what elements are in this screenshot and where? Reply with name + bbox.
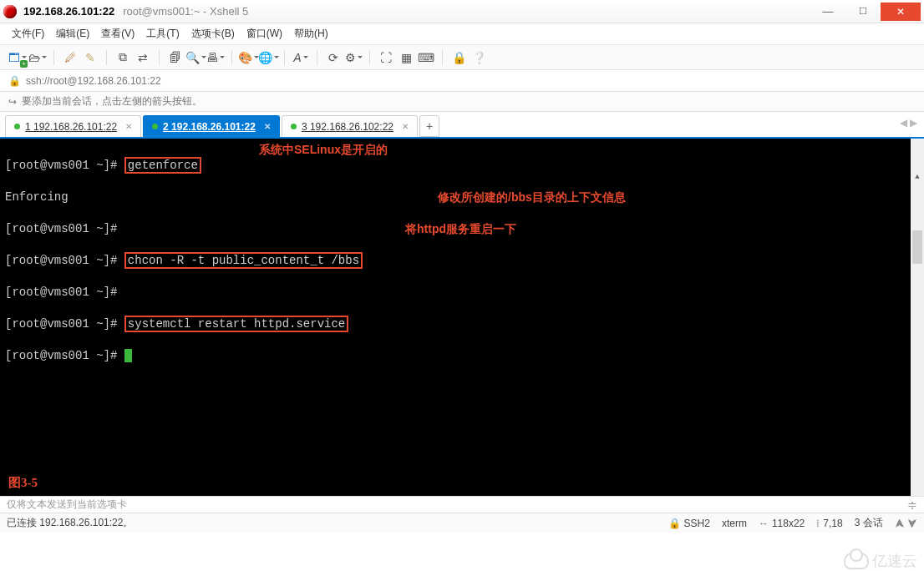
menu-tools[interactable]: 工具(T): [146, 27, 179, 41]
app-icon: [3, 5, 17, 18]
encoding-button[interactable]: 🌐: [259, 48, 277, 67]
separator: [369, 50, 370, 65]
cascade-button[interactable]: ▦: [397, 48, 415, 67]
watermark: 亿速云: [844, 551, 917, 571]
find-button[interactable]: 🔍: [186, 48, 205, 67]
status-connection: 已连接 192.168.26.101:22。: [7, 516, 133, 530]
send-placeholder: 仅将文本发送到当前选项卡: [7, 498, 127, 512]
status-term: xterm: [722, 518, 747, 529]
tab-strip: 1 192.168.26.101:22 ✕ 2 192.168.26.101:2…: [0, 112, 924, 139]
prompt: [root@vms001 ~]#: [5, 254, 124, 267]
tab-3[interactable]: 3 192.168.26.102:22 ✕: [282, 115, 418, 137]
separator: [317, 50, 317, 65]
status-dot-icon: [152, 124, 158, 129]
menubar: 文件(F) 编辑(E) 查看(V) 工具(T) 选项卡(B) 窗口(W) 帮助(…: [0, 23, 924, 45]
tab-2-close-icon[interactable]: ✕: [264, 122, 271, 131]
separator: [159, 50, 160, 65]
toolbar: 🗔+ 🗁 🖉 ✎ ⧉ ⇄ 🗐 🔍 🖶 🎨 🌐 A ⟳ ⚙ ⛶ ▦ ⌨ 🔒 ❔: [0, 45, 924, 70]
tab-2-label: 2 192.168.26.101:22: [163, 121, 256, 133]
cursor: [124, 349, 132, 362]
status-bar: 已连接 192.168.26.101:22。 🔒SSH2 xterm ↔118x…: [0, 513, 924, 533]
size-icon: ↔: [759, 518, 769, 529]
separator: [231, 50, 232, 65]
transfer-button[interactable]: ⇄: [134, 48, 152, 67]
scroll-up-icon[interactable]: ▲: [911, 170, 924, 184]
new-session-button[interactable]: 🗔+: [8, 48, 27, 67]
menu-view[interactable]: 查看(V): [101, 27, 135, 41]
cmd-systemctl: systemctl restart httpd.service: [124, 316, 348, 332]
properties-button[interactable]: ⧉: [114, 48, 132, 67]
open-button[interactable]: 🗁: [28, 48, 47, 67]
menu-file[interactable]: 文件(F): [12, 27, 44, 41]
lock-icon: 🔒: [668, 518, 681, 529]
terminal-scrollbar[interactable]: ▲: [911, 139, 924, 496]
tab-1[interactable]: 1 192.168.26.101:22 ✕: [5, 115, 141, 137]
fullscreen-button[interactable]: ⛶: [377, 48, 395, 67]
status-pos: ⁞7,18: [816, 518, 842, 529]
separator: [53, 50, 54, 65]
separator: [442, 50, 443, 65]
menu-edit[interactable]: 编辑(E): [56, 27, 89, 41]
titlebar: 192.168.26.101:22 root@vms001:~ - Xshell…: [0, 0, 924, 23]
watermark-text: 亿速云: [872, 551, 917, 571]
cmd-getenforce: getenforce: [124, 157, 201, 174]
prompt: [root@vms001 ~]#: [5, 317, 124, 331]
font-button[interactable]: A: [292, 48, 310, 67]
tab-nav-arrows[interactable]: ◀ ▶: [900, 117, 917, 129]
status-size: ↔118x22: [759, 518, 805, 529]
color-scheme-button[interactable]: 🎨: [239, 48, 257, 67]
window-close-button[interactable]: [881, 3, 921, 21]
title-sub: root@vms001:~ - Xshell 5: [123, 5, 248, 18]
title-host: 192.168.26.101:22: [23, 5, 114, 18]
cloud-icon: [844, 553, 869, 569]
refresh-button[interactable]: ⟳: [324, 48, 343, 67]
lock-button[interactable]: 🔒: [449, 48, 468, 67]
menu-window[interactable]: 窗口(W): [246, 27, 282, 41]
window-maximize-button[interactable]: [845, 3, 881, 21]
disconnect-button[interactable]: ✎: [81, 48, 99, 67]
address-bar: 🔒 ssh://root@192.168.26.101:22: [0, 70, 924, 92]
status-proto: 🔒SSH2: [668, 518, 710, 529]
pos-icon: ⁞: [816, 518, 820, 529]
prompt: [root@vms001 ~]#: [5, 349, 124, 362]
figure-label: 图3-5: [8, 475, 38, 491]
reconnect-button[interactable]: 🖉: [61, 48, 79, 67]
print-button[interactable]: 🖶: [206, 48, 225, 67]
status-dot-icon: [14, 124, 20, 129]
lock-icon: 🔒: [8, 75, 21, 87]
status-nav[interactable]: ⮝ ⮟: [895, 518, 917, 529]
keyboard-button[interactable]: ⌨: [417, 48, 435, 67]
help-button[interactable]: ❔: [470, 48, 488, 67]
tab-add-button[interactable]: +: [419, 115, 439, 137]
tab-1-close-icon[interactable]: ✕: [125, 122, 132, 131]
tab-3-label: 3 192.168.26.102:22: [302, 121, 393, 133]
send-hide-icon[interactable]: ≑: [907, 498, 917, 512]
send-bar[interactable]: 仅将文本发送到当前选项卡 ≑: [0, 496, 924, 513]
menu-tabs[interactable]: 选项卡(B): [191, 27, 235, 41]
annotation-chcon: 修改所创建的/bbs目录的上下文信息: [438, 189, 626, 205]
prompt: [root@vms001 ~]#: [5, 285, 919, 301]
tab-3-close-icon[interactable]: ✕: [402, 122, 409, 131]
prompt: [root@vms001 ~]#: [5, 159, 124, 172]
hint-arrow-icon[interactable]: ↪: [8, 96, 17, 108]
tab-1-label: 1 192.168.26.101:22: [25, 121, 117, 133]
address-url[interactable]: ssh://root@192.168.26.101:22: [26, 75, 161, 87]
status-sessions: 3 会话: [855, 516, 883, 530]
separator: [284, 50, 285, 65]
scroll-thumb[interactable]: [912, 230, 922, 264]
annotation-selinux: 系统中SELinux是开启的: [259, 142, 388, 158]
separator: [106, 50, 107, 65]
status-dot-icon: [291, 124, 297, 129]
hint-text: 要添加当前会话，点击左侧的箭头按钮。: [22, 94, 202, 109]
copy-button[interactable]: 🗐: [166, 48, 185, 67]
terminal[interactable]: [root@vms001 ~]# getenforce Enforcing [r…: [0, 139, 924, 496]
annotation-restart: 将httpd服务重启一下: [405, 221, 516, 237]
menu-help[interactable]: 帮助(H): [294, 27, 328, 41]
window-minimize-button[interactable]: [810, 3, 845, 21]
hint-bar: ↪ 要添加当前会话，点击左侧的箭头按钮。: [0, 92, 924, 112]
cmd-chcon: chcon -R -t public_content_t /bbs: [124, 252, 363, 269]
tab-2[interactable]: 2 192.168.26.101:22 ✕: [143, 115, 280, 137]
script-button[interactable]: ⚙: [344, 48, 363, 67]
